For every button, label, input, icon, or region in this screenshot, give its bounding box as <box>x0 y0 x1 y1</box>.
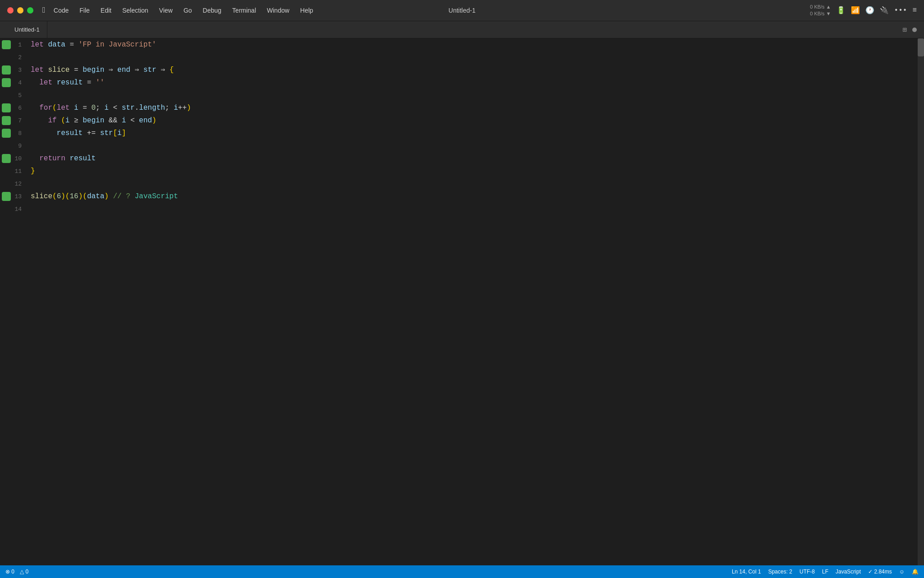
smiley-icon: ☺ <box>899 569 905 575</box>
error-count[interactable]: ⊗ 0 <box>5 569 14 575</box>
maximize-button[interactable] <box>27 7 33 14</box>
menu-go[interactable]: Go <box>179 5 197 16</box>
split-editor-icon[interactable]: ⊞ <box>902 25 907 34</box>
close-button[interactable] <box>7 7 14 14</box>
breakpoint-1[interactable] <box>2 40 11 49</box>
var-i-7b: i <box>122 114 126 127</box>
breakpoint-11 <box>2 167 11 176</box>
titlebar:  Code File Edit Selection View Go Debug… <box>0 0 924 21</box>
menu-window[interactable]: Window <box>263 5 294 16</box>
keyword-let-6: let <box>57 102 70 114</box>
active-tab[interactable]: Untitled-1 <box>7 21 47 38</box>
breakpoint-4[interactable] <box>2 78 11 87</box>
code-line-1: let data = 'FP in JavaScript' <box>31 38 912 51</box>
gutter-line-11: 11 <box>0 165 25 177</box>
window-title: Untitled-1 <box>448 7 476 14</box>
network-status: 0 KB/s ▲0 KB/s ▼ <box>810 4 831 18</box>
code-line-14 <box>31 203 912 215</box>
line-num-2: 2 <box>11 54 25 61</box>
line-num-12: 12 <box>11 181 25 187</box>
gutter-line-10: 10 <box>0 152 25 165</box>
scrollbar[interactable] <box>918 38 924 565</box>
battery-icon: 🔋 <box>836 6 845 15</box>
breakpoint-9 <box>2 141 11 150</box>
var-i-6b: i <box>104 102 109 114</box>
apple-logo:  <box>42 6 47 15</box>
paren-close-13c: ) <box>104 190 109 203</box>
menu-code[interactable]: Code <box>49 5 73 16</box>
minimize-button[interactable] <box>17 7 23 14</box>
line-num-1: 1 <box>11 42 25 48</box>
gutter-line-8: 8 <box>0 127 25 140</box>
gutter-line-2: 2 <box>0 51 25 64</box>
unsaved-indicator <box>912 28 917 32</box>
code-line-4: let result = '' <box>31 76 912 89</box>
gutter-line-1: 1 <box>0 38 25 51</box>
menu-help[interactable]: Help <box>296 5 318 16</box>
code-line-3: let slice = begin ⇒ end ⇒ str ⇒ { <box>31 64 912 76</box>
gutter-line-9: 9 <box>0 140 25 152</box>
warning-count[interactable]: △ 0 <box>20 569 28 575</box>
breakpoint-6[interactable] <box>2 103 11 112</box>
scrollbar-thumb[interactable] <box>918 38 924 56</box>
statusbar: ⊗ 0 △ 0 Ln 14, Col 1 Spaces: 2 UTF-8 LF … <box>0 565 924 578</box>
gutter-line-12: 12 <box>0 177 25 190</box>
indentation[interactable]: Spaces: 2 <box>768 569 792 575</box>
tab-label: Untitled-1 <box>14 26 40 33</box>
bracket-open-8: [ <box>113 127 117 140</box>
breakpoint-10[interactable] <box>2 154 11 163</box>
var-i-6c: i <box>174 102 178 114</box>
code-line-13: slice ( 6 ) ( 16 ) ( data ) // ? JavaScr… <box>31 190 912 203</box>
breakpoint-12 <box>2 179 11 188</box>
code-area[interactable]: let data = 'FP in JavaScript' let slice … <box>25 38 918 565</box>
encoding[interactable]: UTF-8 <box>799 569 815 575</box>
paren-close-13b: ) <box>79 190 83 203</box>
menu-file[interactable]: File <box>75 5 94 16</box>
breakpoint-5 <box>2 91 11 100</box>
code-line-5 <box>31 89 912 102</box>
keyword-let-1: let <box>31 38 44 51</box>
menu-selection[interactable]: Selection <box>118 5 153 16</box>
var-begin-7: begin <box>83 114 104 127</box>
breakpoint-2 <box>2 53 11 62</box>
menu-terminal[interactable]: Terminal <box>228 5 261 16</box>
line-num-7: 7 <box>11 117 25 124</box>
num-16: 16 <box>69 190 78 203</box>
string-empty: '' <box>96 76 104 89</box>
cursor-position[interactable]: Ln 14, Col 1 <box>732 569 761 575</box>
string-fp: 'FP in JavaScript' <box>79 38 157 51</box>
extensions-icon: 🔌 <box>880 6 889 15</box>
code-line-8: result += str [ i ] <box>31 127 912 140</box>
prop-length: length <box>139 102 165 114</box>
code-line-11: } <box>31 165 912 177</box>
code-line-9 <box>31 140 912 152</box>
list-icon: ≡ <box>912 6 917 14</box>
arg-data-13: data <box>87 190 104 203</box>
language-mode[interactable]: JavaScript <box>836 569 861 575</box>
var-str-6: str <box>122 102 135 114</box>
brace-open-3: { <box>169 64 174 76</box>
menu-view[interactable]: View <box>155 5 177 16</box>
code-line-6: for ( let i = 0 ; i < str . length ; i +… <box>31 102 912 114</box>
gutter-line-13: 13 <box>0 190 25 203</box>
breakpoint-14 <box>2 205 11 214</box>
var-result-8: result <box>57 127 83 140</box>
call-slice: slice <box>31 190 52 203</box>
num-6: 6 <box>57 190 61 203</box>
param-str: str <box>143 64 157 76</box>
line-num-13: 13 <box>11 193 25 200</box>
menu-edit[interactable]: Edit <box>96 5 116 16</box>
line-num-4: 4 <box>11 79 25 86</box>
breakpoint-3[interactable] <box>2 65 11 75</box>
line-num-5: 5 <box>11 92 25 99</box>
warning-icon: △ <box>20 569 24 575</box>
menu-debug[interactable]: Debug <box>198 5 226 16</box>
tab-actions: ⊞ <box>902 25 917 34</box>
line-ending[interactable]: LF <box>822 569 828 575</box>
statusbar-right: Ln 14, Col 1 Spaces: 2 UTF-8 LF JavaScri… <box>732 569 919 575</box>
editor: 1 2 3 4 5 6 7 <box>0 38 924 565</box>
breakpoint-8[interactable] <box>2 129 11 138</box>
breakpoint-7[interactable] <box>2 116 11 125</box>
breakpoint-13[interactable] <box>2 192 11 201</box>
timing: ✓ 2.84ms <box>868 569 892 575</box>
